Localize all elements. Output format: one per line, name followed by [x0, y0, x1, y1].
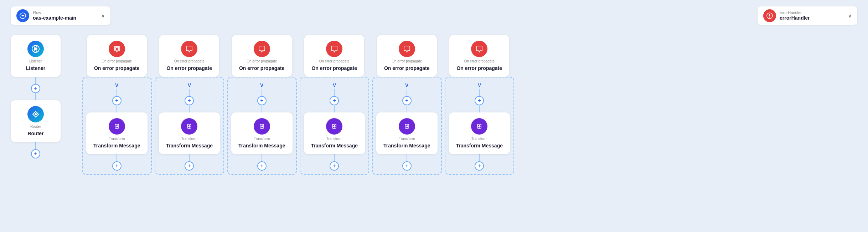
- error-handler-icon: !: [763, 9, 776, 22]
- on-error-node-1[interactable]: On error propagate On error propagate: [87, 35, 147, 77]
- transform-label-4: Transform: [326, 137, 342, 141]
- listener-node[interactable]: Listener Listener: [11, 35, 61, 77]
- transform-label-3: Transform: [254, 137, 270, 141]
- flow-chevron-icon: ∨: [101, 13, 105, 19]
- inner-line-1a: [117, 89, 117, 96]
- collapse-chevron-2[interactable]: ∨: [187, 81, 192, 89]
- add-after-transform-2[interactable]: +: [185, 161, 194, 171]
- error-handler-selector[interactable]: ! errorHandler errorHandler ∨: [758, 6, 857, 25]
- on-error-node-6[interactable]: On error propagate On error propagate: [449, 35, 509, 77]
- error-col-5: On error propagate On error propagate ∨ …: [372, 35, 442, 175]
- svg-point-4: [34, 47, 37, 50]
- connector-2: +: [31, 142, 40, 158]
- router-label-text: Router: [30, 125, 41, 128]
- transform-name-5: Transform Message: [383, 143, 430, 148]
- svg-text:!: !: [769, 13, 770, 19]
- add-inside-col-4[interactable]: +: [330, 96, 339, 105]
- on-error-label-3: On error propagate: [247, 59, 277, 63]
- on-error-label-5: On error propagate: [392, 59, 422, 63]
- add-after-transform-5[interactable]: +: [402, 161, 412, 171]
- inner-line-6c: [479, 154, 480, 161]
- error-col-4: On error propagate On error propagate ∨ …: [300, 35, 370, 175]
- transform-node-1[interactable]: Transform Transform Message: [86, 112, 148, 154]
- on-error-name-5: On error propagate: [384, 65, 430, 71]
- inner-line-5a: [407, 89, 407, 96]
- add-inside-col-2[interactable]: +: [185, 96, 194, 105]
- transform-node-2[interactable]: Transform Transform Message: [159, 112, 220, 154]
- on-error-node-5[interactable]: On error propagate On error propagate: [377, 35, 437, 77]
- on-error-name-3: On error propagate: [239, 65, 285, 71]
- dashed-container-4: ∨ + Transform T: [300, 77, 370, 175]
- flow-selector-text: Flow oas-example-main: [33, 10, 98, 21]
- inner-line-3c: [262, 154, 262, 161]
- error-col-2: On error propagate On error propagate ∨ …: [155, 35, 224, 175]
- inner-line-4b: [334, 105, 335, 112]
- error-propagate-icon-4: [326, 41, 342, 57]
- transform-icon-6: [471, 118, 487, 135]
- add-after-transform-3[interactable]: +: [257, 161, 267, 171]
- error-chevron-icon: ∨: [848, 13, 852, 19]
- inner-line-5b: [407, 105, 407, 112]
- on-error-name-1: On error propagate: [94, 65, 140, 71]
- transform-name-3: Transform Message: [238, 143, 285, 148]
- collapse-chevron-3[interactable]: ∨: [259, 81, 264, 89]
- on-error-name-6: On error propagate: [456, 65, 502, 71]
- listener-label-text: Listener: [29, 59, 42, 63]
- on-error-node-4[interactable]: On error propagate On error propagate: [304, 35, 364, 77]
- transform-label-2: Transform: [181, 137, 197, 141]
- inner-line-4c: [334, 154, 335, 161]
- on-error-node-3[interactable]: On error propagate On error propagate: [232, 35, 292, 77]
- flow-label: Flow: [33, 10, 98, 15]
- add-after-transform-6[interactable]: +: [475, 161, 484, 171]
- inner-line-2a: [189, 89, 190, 96]
- on-error-label-6: On error propagate: [464, 59, 495, 63]
- line-3: [35, 142, 36, 149]
- flow-selector[interactable]: Flow oas-example-main ∨: [11, 6, 110, 25]
- inner-connector-5b: +: [402, 154, 412, 171]
- add-after-transform-4[interactable]: +: [330, 161, 339, 171]
- error-propagate-icon-1: [109, 41, 125, 57]
- transform-node-3[interactable]: Transform Transform Message: [231, 112, 293, 154]
- transform-label-5: Transform: [399, 137, 415, 141]
- canvas: Flow oas-example-main ∨ ! errorHandler e…: [0, 0, 868, 232]
- add-inside-col-3[interactable]: +: [257, 96, 267, 105]
- inner-connector-4b: +: [330, 154, 339, 171]
- error-columns-section: On error propagate On error propagate ∨ …: [82, 31, 514, 175]
- error-propagate-icon-3: [254, 41, 270, 57]
- inner-line-6a: [479, 89, 480, 96]
- error-propagate-icon-6: [471, 41, 487, 57]
- inner-line-3a: [262, 89, 262, 96]
- collapse-chevron-1[interactable]: ∨: [114, 81, 119, 89]
- inner-line-1c: [117, 154, 117, 161]
- router-node[interactable]: Router Router: [11, 100, 61, 142]
- transform-node-6[interactable]: Transform Transform Message: [449, 112, 510, 154]
- error-handler-selector-text: errorHandler errorHandler: [780, 10, 844, 21]
- dashed-container-1: ∨ + Transform T: [82, 77, 152, 175]
- transform-icon-3: [254, 118, 270, 135]
- add-after-listener[interactable]: +: [31, 84, 40, 93]
- add-inside-col-1[interactable]: +: [112, 96, 122, 105]
- svg-point-6: [35, 113, 37, 115]
- collapse-chevron-6[interactable]: ∨: [477, 81, 482, 89]
- collapse-chevron-5[interactable]: ∨: [404, 81, 409, 89]
- line-2: [35, 93, 36, 100]
- flow-area: Listener Listener + Ro: [0, 31, 868, 175]
- transform-name-1: Transform Message: [93, 143, 140, 148]
- listener-name-text: Listener: [26, 65, 45, 71]
- collapse-chevron-4[interactable]: ∨: [332, 81, 337, 89]
- add-inside-col-5[interactable]: +: [402, 96, 412, 105]
- on-error-node-2[interactable]: On error propagate On error propagate: [159, 35, 219, 77]
- inner-line-2b: [189, 105, 190, 112]
- flow-value: oas-example-main: [33, 15, 76, 21]
- left-column: Listener Listener + Ro: [11, 31, 61, 158]
- add-inside-col-6[interactable]: +: [475, 96, 484, 105]
- add-after-transform-1[interactable]: +: [112, 161, 122, 171]
- inner-connector-3: +: [257, 89, 267, 112]
- error-handler-value: errorHandler: [780, 15, 810, 21]
- dashed-container-6: ∨ + Transform T: [445, 77, 515, 175]
- line-1: [35, 77, 36, 84]
- add-after-router[interactable]: +: [31, 149, 40, 158]
- flow-icon: [16, 9, 29, 22]
- transform-node-4[interactable]: Transform Transform Message: [304, 112, 365, 154]
- transform-node-5[interactable]: Transform Transform Message: [376, 112, 438, 154]
